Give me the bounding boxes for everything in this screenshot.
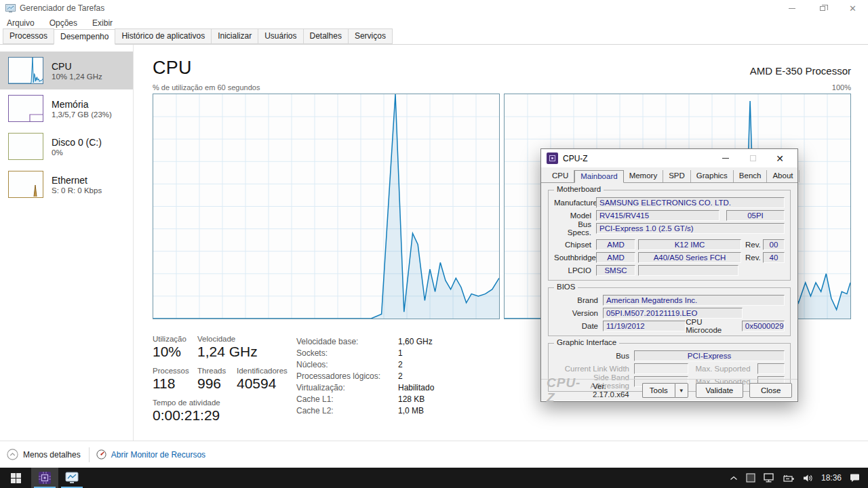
bios-group-label: BIOS [554, 283, 578, 291]
motherboard-group: Motherboard Manufacturer SAMSUNG ELECTRO… [548, 190, 791, 281]
footer-divider [89, 447, 90, 462]
cpuz-tab-graphics[interactable]: Graphics [691, 170, 734, 182]
cpuz-logo: CPU-Z [547, 375, 587, 405]
gi-bus-label: Bus [554, 352, 634, 360]
stat-velocidade-value: 1,24 GHz [197, 343, 258, 361]
clock[interactable]: 18:36 [821, 473, 842, 483]
menu-arquivo[interactable]: Arquivo [7, 18, 35, 28]
southbridge-name-field[interactable]: A40/A50 Series FCH [638, 252, 741, 263]
volume-icon[interactable] [803, 474, 813, 483]
processor-name: AMD E-350 Processor [750, 65, 851, 79]
chevron-up-icon [730, 476, 738, 481]
spec-value: 1,60 GHz [398, 336, 433, 348]
tab-historico[interactable]: Histórico de aplicativos [115, 28, 212, 44]
disk-thumbnail-chart [8, 133, 43, 160]
validate-button[interactable]: Validate [696, 383, 743, 398]
task-manager-icon [5, 4, 16, 13]
menu-exibir[interactable]: Exibir [92, 18, 113, 28]
cpuz-app-icon [38, 471, 52, 485]
manufacturer-field[interactable]: SAMSUNG ELECTRONICS CO. LTD. [596, 197, 785, 208]
resource-monitor-link[interactable]: Abrir Monitor de Recursos [96, 449, 205, 460]
cpuz-footer: CPU-Z Ver. 2.17.0.x64 Tools ▼ Validate C… [541, 379, 797, 401]
network-status-icon[interactable] [764, 473, 775, 483]
graph-scale-label: 100% [832, 83, 851, 92]
cpuz-tab-spd[interactable]: SPD [663, 170, 691, 182]
cpuz-maximize-button [739, 149, 766, 167]
southbridge-rev-field[interactable]: 40 [763, 252, 785, 263]
tab-usuarios[interactable]: Usuários [258, 28, 303, 44]
taskbar-taskmanager-button[interactable] [58, 468, 85, 488]
gi-bus-field[interactable]: PCI-Express [634, 350, 785, 361]
cpuz-minimize-button[interactable] [712, 149, 739, 167]
cpuz-tab-about[interactable]: About [767, 170, 799, 182]
cpuz-tab-cpu[interactable]: CPU [547, 170, 574, 182]
menu-opcoes[interactable]: Opções [50, 18, 77, 28]
motherboard-group-label: Motherboard [554, 185, 604, 193]
tray-app-icon[interactable] [746, 473, 755, 483]
gi-link-width-label: Current Link Width [554, 365, 634, 373]
task-manager-footer: Menos detalhes Abrir Monitor de Recursos [0, 441, 868, 468]
chipset-name-field[interactable]: K12 IMC [638, 239, 741, 250]
chipset-vendor-field[interactable]: AMD [596, 239, 635, 250]
start-button[interactable] [0, 468, 31, 488]
spec-value: 128 KB [398, 394, 425, 405]
tab-servicos[interactable]: Serviços [348, 28, 393, 44]
taskbar-cpuz-button[interactable] [31, 468, 58, 488]
task-manager-app-icon [65, 472, 79, 484]
sidebar-item-memoria[interactable]: Memória 1,3/5,7 GB (23%) [0, 89, 133, 127]
chipset-rev-field[interactable]: 00 [763, 239, 785, 250]
bus-specs-field[interactable]: PCI-Express 1.0 (2.5 GT/s) [596, 223, 785, 234]
restore-button[interactable] [807, 0, 837, 16]
tools-button[interactable]: Tools [642, 383, 675, 398]
model-label: Model [554, 211, 596, 220]
cpu-microcode-field[interactable]: 0x5000029 [742, 321, 785, 331]
close-button[interactable]: ✕ [837, 0, 868, 16]
cpuz-close-action-button[interactable]: Close [749, 383, 792, 398]
model-revision-field[interactable]: 05PI [726, 210, 785, 221]
action-center-button[interactable] [850, 473, 860, 483]
gi-link-width-field [634, 363, 688, 374]
spec-value: 1 [398, 348, 403, 359]
sidebar-item-ethernet[interactable]: Ethernet S: 0 R: 0 Kbps [0, 165, 133, 203]
tab-detalhes[interactable]: Detalhes [303, 28, 349, 44]
volume-speaker-icon [803, 474, 813, 483]
sidebar-item-disco[interactable]: Disco 0 (C:) 0% [0, 127, 133, 165]
bios-date-field[interactable]: 11/19/2012 [603, 321, 686, 331]
close-icon: ✕ [849, 4, 856, 13]
bios-date-label: Date [554, 322, 603, 330]
sidebar-disco-subtitle: 0% [52, 148, 102, 157]
tools-dropdown-button[interactable]: ▼ [675, 383, 688, 398]
stat-threads-label: Threads [197, 367, 237, 375]
power-status-icon[interactable] [783, 474, 795, 482]
cpuz-version: Ver. 2.17.0.x64 [593, 382, 642, 399]
cpu-chart-core1[interactable] [153, 94, 500, 319]
cpuz-tab-mainboard[interactable]: Mainboard [574, 170, 623, 183]
tab-inicializar[interactable]: Inicializar [211, 28, 258, 44]
stat-processos-label: Processos [153, 367, 197, 375]
sidebar-item-cpu[interactable]: CPU 10% 1,24 GHz [0, 52, 133, 89]
cpuz-tab-memory[interactable]: Memory [624, 170, 664, 182]
manufacturer-label: Manufacturer [554, 199, 596, 207]
cpuz-titlebar: CPU-Z ✕ [541, 149, 797, 167]
gi-max-supported-field [757, 363, 785, 374]
restore-icon [820, 6, 825, 11]
cpu-specs: Velocidade base:1,60 GHz Sockets:1 Núcle… [296, 335, 434, 424]
cpuz-tab-strip: CPU Mainboard Memory SPD Graphics Bench … [541, 167, 797, 183]
minimize-button[interactable] [776, 0, 807, 16]
tray-expand-button[interactable] [730, 476, 738, 481]
model-field[interactable]: RV415/RV415 [596, 210, 719, 221]
lpcio-vendor-field[interactable]: SMSC [596, 265, 635, 276]
cpuz-tab-bench[interactable]: Bench [734, 170, 768, 182]
bios-version-field[interactable]: 05PI.M507.20121119.LEO [603, 308, 743, 319]
screen: Gerenciador de Tarefas ✕ Arquivo Opções … [0, 0, 868, 488]
tab-desempenho[interactable]: Desempenho [54, 29, 115, 45]
southbridge-vendor-field[interactable]: AMD [596, 252, 635, 263]
page-title: CPU [153, 58, 192, 79]
bios-brand-label: Brand [554, 296, 603, 304]
less-details-button[interactable]: Menos detalhes [7, 449, 81, 460]
lpcio-name-field[interactable] [638, 265, 738, 276]
tab-processos[interactable]: Processos [3, 28, 54, 44]
bios-brand-field[interactable]: American Megatrends Inc. [603, 295, 785, 306]
cpuz-close-button[interactable]: ✕ [766, 149, 793, 167]
grid-square-icon [746, 473, 755, 483]
